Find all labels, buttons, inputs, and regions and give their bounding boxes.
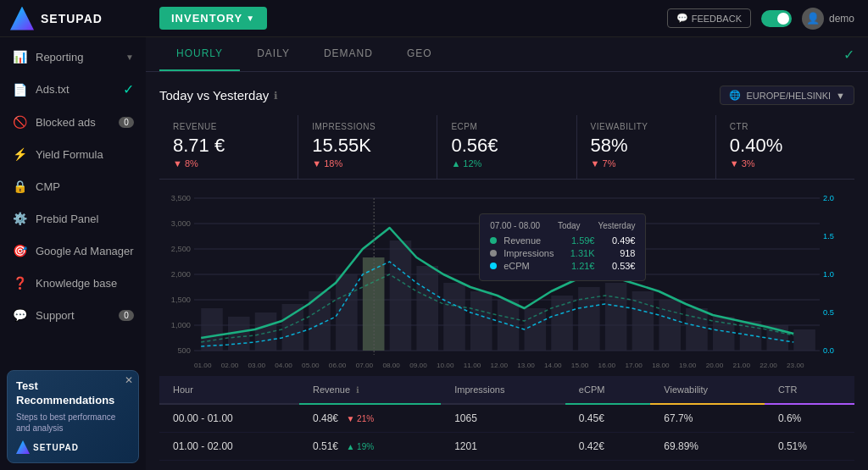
metric-ecpm-label: eCPM bbox=[451, 122, 562, 131]
cell-revenue: 0.51€ ▲ 19% bbox=[299, 433, 441, 461]
svg-text:0.0: 0.0 bbox=[823, 346, 834, 355]
sidebar-item-label: Blocked ads bbox=[36, 116, 119, 129]
cell-ctr: 0.51% bbox=[765, 433, 854, 461]
sidebar-item-cmp[interactable]: 🔒 CMP bbox=[0, 170, 146, 202]
tab-hourly[interactable]: HOURLY bbox=[159, 37, 240, 71]
user-area[interactable]: 👤 demo bbox=[802, 8, 854, 30]
tab-check-icon: ✓ bbox=[843, 47, 854, 63]
sidebar-item-label: Reporting bbox=[36, 51, 125, 64]
timezone-selector[interactable]: 🌐 EUROPE/HELSINKI ▼ bbox=[720, 86, 854, 105]
metrics-row: Revenue 8.71 € ▼ 8% Impressions 15.55K ▼… bbox=[159, 115, 854, 180]
cell-impressions: 1065 bbox=[441, 404, 565, 433]
sidebar-item-label: Knowledge base bbox=[36, 277, 134, 290]
tab-geo[interactable]: GEO bbox=[390, 37, 449, 71]
sidebar-item-yield-formula[interactable]: ⚡ Yield Formula bbox=[0, 138, 146, 170]
metric-ecpm-change: ▲ 12% bbox=[451, 158, 562, 169]
timezone-icon: 🌐 bbox=[729, 90, 741, 101]
metric-viewability-change: ▼ 7% bbox=[591, 158, 702, 169]
cell-ecpm: 0.42€ bbox=[565, 433, 650, 461]
col-header-hour: Hour bbox=[159, 376, 299, 404]
svg-rect-19 bbox=[201, 308, 223, 351]
sidebar-item-knowledge-base[interactable]: ❓ Knowledge base bbox=[0, 267, 146, 299]
tooltip-impressions-yesterday: 918 bbox=[601, 248, 635, 258]
yield-icon: ⚡ bbox=[12, 147, 27, 162]
svg-text:11.00: 11.00 bbox=[464, 362, 481, 369]
metric-ecpm-value: 0.56€ bbox=[451, 135, 562, 157]
promo-logo-text: SETUPAD bbox=[33, 443, 79, 452]
adstxt-icon: 📄 bbox=[12, 82, 27, 97]
main-content: INVENTORY ▼ 💬 FEEDBACK 👤 demo HOURLY DAI… bbox=[146, 0, 868, 470]
table-header-row: Hour Revenue ℹ Impressions eCPM Viewabil… bbox=[159, 376, 854, 404]
sidebar-promo: ✕ Test Recommendations Steps to best per… bbox=[7, 370, 139, 463]
svg-rect-32 bbox=[551, 296, 573, 351]
check-icon: ✓ bbox=[123, 81, 134, 97]
tooltip-impressions-today: 1.31K bbox=[560, 248, 594, 258]
cell-ctr: 0% bbox=[765, 461, 854, 471]
svg-text:1,500: 1,500 bbox=[171, 296, 191, 304]
sidebar-item-prebid[interactable]: ⚙️ Prebid Panel bbox=[0, 202, 146, 235]
tooltip-row-impressions: Impressions 1.31K 918 bbox=[490, 248, 635, 258]
sidebar-item-label: Prebid Panel bbox=[36, 213, 134, 225]
svg-text:02.00: 02.00 bbox=[221, 362, 239, 369]
tooltip-time-row: 07.00 - 08.00 Today Yesterday bbox=[490, 221, 635, 230]
blocked-ads-icon: 🚫 bbox=[12, 114, 27, 130]
prebid-icon: ⚙️ bbox=[12, 211, 27, 226]
svg-text:06.00: 06.00 bbox=[329, 362, 347, 369]
inventory-button[interactable]: INVENTORY ▼ bbox=[159, 7, 267, 30]
svg-rect-24 bbox=[336, 274, 358, 351]
revenue-info-icon[interactable]: ℹ bbox=[356, 385, 359, 395]
tooltip-revenue-yesterday: 0.49€ bbox=[601, 235, 635, 246]
promo-title: Test Recommendations bbox=[16, 379, 130, 408]
sidebar-item-label: Google Ad Manager bbox=[36, 245, 134, 257]
close-promo-button[interactable]: ✕ bbox=[125, 374, 133, 386]
sidebar-item-label: Support bbox=[36, 309, 119, 322]
metric-revenue-value: 8.71 € bbox=[173, 135, 284, 157]
svg-text:500: 500 bbox=[178, 346, 191, 355]
theme-toggle[interactable] bbox=[761, 10, 792, 27]
cell-ctr: 0.6% bbox=[765, 404, 854, 433]
tooltip-revenue-dot bbox=[490, 237, 497, 244]
metric-impressions-label: Impressions bbox=[312, 122, 423, 131]
chart-area[interactable]: 3,500 3,000 2,500 2,000 1,500 1,000 500 … bbox=[159, 190, 854, 376]
sidebar-item-blocked-ads[interactable]: 🚫 Blocked ads 0 bbox=[0, 106, 146, 138]
chart-info-icon[interactable]: ℹ bbox=[274, 90, 278, 102]
support-badge: 0 bbox=[119, 310, 134, 321]
tooltip-time: 07.00 - 08.00 bbox=[490, 221, 540, 230]
feedback-label: FEEDBACK bbox=[692, 14, 742, 24]
cell-hour: 02.00 - 03.00 bbox=[159, 461, 299, 471]
cell-viewability: 62.42% bbox=[650, 461, 765, 471]
logo-text: SETUPAD bbox=[41, 12, 103, 25]
feedback-icon: 💬 bbox=[676, 13, 688, 24]
topbar: INVENTORY ▼ 💬 FEEDBACK 👤 demo bbox=[146, 0, 868, 37]
svg-text:1.5: 1.5 bbox=[823, 232, 834, 241]
chart-title-text: Today vs Yesterday bbox=[159, 88, 269, 102]
svg-text:15.00: 15.00 bbox=[571, 362, 589, 369]
table-row: 00.00 - 01.00 0.48€ ▼ 21% 1065 0.45€ 67.… bbox=[159, 404, 854, 433]
table-row: 02.00 - 03.00 0.36€ ▼ 40% 857 0.42€ 62.4… bbox=[159, 461, 854, 471]
sidebar-item-label: Yield Formula bbox=[36, 148, 134, 161]
svg-rect-27 bbox=[416, 266, 438, 351]
svg-rect-33 bbox=[578, 287, 600, 351]
app-logo[interactable]: SETUPAD bbox=[0, 0, 146, 37]
sidebar-item-label: CMP bbox=[36, 180, 134, 193]
metric-revenue-label: Revenue bbox=[173, 122, 284, 131]
tab-demand[interactable]: DEMAND bbox=[307, 37, 390, 71]
feedback-button[interactable]: 💬 FEEDBACK bbox=[667, 8, 751, 28]
metric-ctr: CTR 0.40% ▼ 3% bbox=[716, 115, 854, 179]
reporting-icon: 📊 bbox=[12, 49, 27, 64]
sidebar-item-adstxt[interactable]: 📄 Ads.txt ✓ bbox=[0, 73, 146, 106]
timezone-value: EUROPE/HELSINKI bbox=[746, 91, 831, 101]
tooltip-row-ecpm: eCPM 1.21€ 0.53€ bbox=[490, 261, 635, 271]
sidebar-item-support[interactable]: 💬 Support 0 bbox=[0, 299, 146, 331]
tab-daily[interactable]: DAILY bbox=[240, 37, 307, 71]
timezone-chevron-icon: ▼ bbox=[836, 91, 845, 101]
cell-ecpm: 0.42€ bbox=[565, 461, 650, 471]
tooltip-revenue-label: Revenue bbox=[504, 235, 554, 246]
metric-ecpm: eCPM 0.56€ ▲ 12% bbox=[437, 115, 576, 179]
sidebar-item-reporting[interactable]: 📊 Reporting ▼ bbox=[0, 41, 146, 73]
svg-text:12.00: 12.00 bbox=[491, 362, 509, 369]
sidebar-item-google-ad-manager[interactable]: 🎯 Google Ad Manager bbox=[0, 235, 146, 267]
topbar-left: INVENTORY ▼ bbox=[159, 7, 267, 30]
metric-viewability-label: Viewability bbox=[591, 122, 702, 131]
promo-logo-icon bbox=[16, 440, 30, 454]
